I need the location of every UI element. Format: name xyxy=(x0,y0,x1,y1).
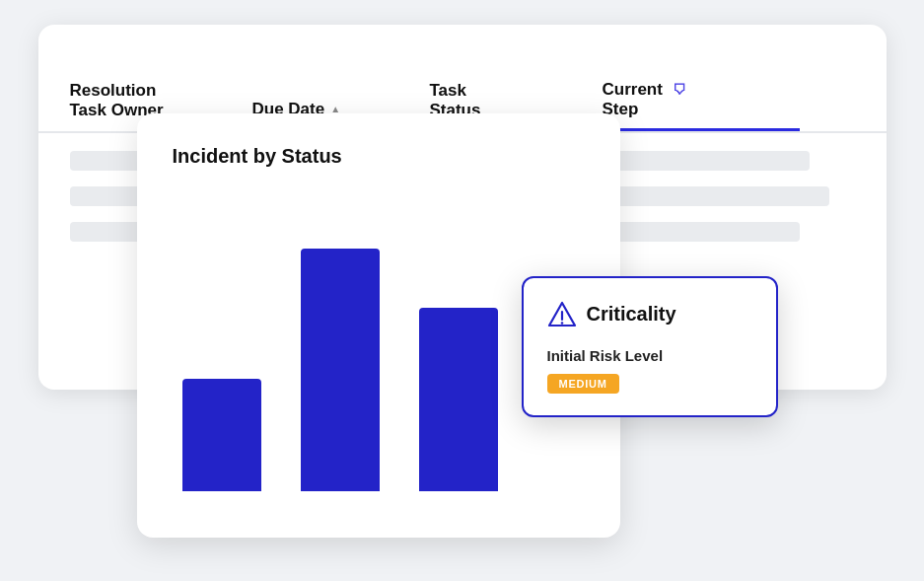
bar-1 xyxy=(182,379,261,491)
cell-current-step xyxy=(603,151,800,171)
filter-icon[interactable]: ⛉ xyxy=(673,82,686,99)
col-step-label1: Current xyxy=(603,80,663,100)
risk-badge: MEDIUM xyxy=(547,374,619,394)
col-step-label2: Step xyxy=(603,100,800,119)
chart-title: Incident by Status xyxy=(173,145,585,168)
col-task-label1: Task xyxy=(430,81,603,101)
tooltip-title: Criticality xyxy=(587,303,676,326)
bar-2 xyxy=(301,249,380,491)
criticality-tooltip: Criticality Initial Risk Level MEDIUM xyxy=(522,276,778,417)
cell-current-step xyxy=(603,222,800,242)
bar-3 xyxy=(419,308,498,491)
tooltip-header: Criticality xyxy=(547,300,752,329)
col-resolution-label1: Resolution xyxy=(70,81,252,101)
tooltip-field-label: Initial Risk Level xyxy=(547,347,752,364)
warning-icon xyxy=(547,300,577,329)
svg-point-1 xyxy=(560,322,563,325)
cell-current-step xyxy=(603,186,800,206)
main-scene: Resolution Task Owner Due Date ▲ Task St… xyxy=(38,25,887,557)
col-current-step: Current ⛉ Step xyxy=(603,80,800,131)
